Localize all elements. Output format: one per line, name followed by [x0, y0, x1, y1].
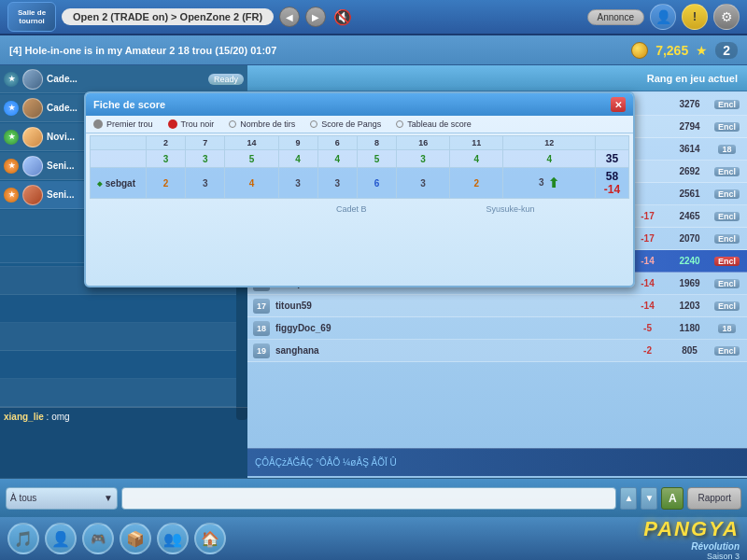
- rank-end: 18: [711, 144, 743, 154]
- recipient-select[interactable]: À tous ▼: [6, 487, 118, 510]
- info-bar: [4] Hole-in-one is in my Amateur 2 18 tr…: [0, 35, 747, 65]
- footer-user-btn[interactable]: 👤: [45, 523, 77, 554]
- rank-row-17: 17 titoun59 -14 1203 Encl: [247, 295, 747, 317]
- logo-button[interactable]: Salle de tournoi: [7, 2, 56, 32]
- scroll-up-btn[interactable]: ▲: [620, 487, 637, 510]
- char-icon: [22, 69, 43, 90]
- ps9: 3 ⬆: [503, 168, 596, 199]
- row1-name: [91, 150, 147, 168]
- ready-button[interactable]: Ready: [208, 74, 244, 85]
- user-icon-btn[interactable]: 👤: [650, 4, 676, 30]
- footer-shop-btn[interactable]: 📦: [120, 523, 151, 554]
- th-hole4: 9: [278, 136, 317, 150]
- pangya-brand-text: PANGYA: [643, 517, 740, 541]
- rank-num: 18: [251, 321, 272, 336]
- logo-line2: tournoi: [18, 17, 46, 25]
- legend-dot-empty2: [310, 120, 317, 128]
- char-icon: [22, 156, 43, 176]
- rank-badge: ★: [4, 101, 19, 116]
- rank-end: Encl: [711, 233, 743, 244]
- top-bar: Salle de tournoi Open 2 (TRADE on) > Ope…: [0, 0, 747, 35]
- rank-end: Encl: [711, 189, 743, 199]
- legend-item: Nombre de tirs: [229, 119, 295, 129]
- legend-dot-empty3: [396, 120, 403, 128]
- cadet-label-row: Cadet B Syusuke-kun: [86, 203, 633, 216]
- syusuke-label: Syusuke-kun: [486, 204, 535, 214]
- footer-home-btn[interactable]: 🏠: [194, 523, 226, 554]
- a-button[interactable]: A: [661, 487, 684, 510]
- score-row-player: ⬥ sebgat 2 3 4 3 3 6 3 2 3: [91, 168, 629, 199]
- info-icon-btn[interactable]: !: [682, 4, 708, 30]
- th-player: [91, 136, 147, 150]
- legend-label: Premier trou: [106, 119, 153, 129]
- row1-s3: 5: [225, 150, 278, 168]
- rank-pang: 2465: [669, 211, 711, 221]
- chat-input[interactable]: [121, 487, 616, 510]
- rank-end: Encl: [711, 256, 743, 266]
- rank-end: Encl: [711, 301, 743, 311]
- legend-dot-red: [168, 119, 177, 129]
- legend-label: Trou noir: [181, 119, 215, 129]
- chat-text: : omg: [47, 412, 70, 422]
- player-name: Cade...: [47, 74, 204, 84]
- rank-pang: 2561: [669, 189, 711, 199]
- th-hole6: 8: [357, 136, 396, 150]
- dialog-title: Fiche de score: [93, 99, 165, 110]
- ticker-text: ÇÔÂÇżÄĞÂÇ °ÔÂÕ ¼øÂŞ ÂÕĬ Û: [255, 457, 397, 468]
- dropdown-arrow: ▼: [104, 493, 113, 503]
- rank-badge: ★: [4, 188, 19, 203]
- rank-pang: 2070: [669, 233, 711, 244]
- ps5: 3: [317, 168, 357, 199]
- row1-s5: 4: [317, 150, 357, 168]
- pang-value: 7,265: [655, 43, 688, 58]
- rapport-button[interactable]: Rapport: [687, 487, 741, 510]
- rank-pang: 1180: [669, 323, 711, 333]
- rank-badge: ★: [4, 130, 19, 145]
- row1-s8: 4: [450, 150, 503, 168]
- chat-sender: xiang_lie: [4, 412, 44, 422]
- legend-label: Score de Pangs: [321, 119, 381, 129]
- recipient-label: À tous: [10, 493, 36, 503]
- rank-row-19: 19 sanghana -2 805 Encl: [247, 340, 747, 362]
- footer-nav: 🎵 👤 🎮 📦 👥 🏠 PANGYA Révolution Saison 3: [0, 517, 747, 560]
- ps8: 2: [450, 168, 503, 199]
- prev-btn[interactable]: ◀: [279, 7, 300, 27]
- settings-icon-btn[interactable]: ⚙: [713, 4, 740, 30]
- rank-end: Encl: [711, 121, 743, 132]
- footer-social-btn[interactable]: 👥: [157, 523, 189, 554]
- rank-title: Rang en jeu actuel: [647, 73, 738, 84]
- th-total: [596, 136, 629, 150]
- char-icon: [22, 127, 43, 147]
- rank-score: -5: [627, 323, 669, 333]
- char-icon: [22, 185, 43, 205]
- rank-row-18: 18 figgyDoc_69 -5 1180 18: [247, 317, 747, 340]
- rank-pang: 805: [669, 345, 711, 356]
- dialog-close-btn[interactable]: ✕: [611, 97, 626, 112]
- ps7: 3: [397, 168, 450, 199]
- rank-pang: 2692: [669, 166, 711, 176]
- star-icon: ★: [696, 43, 708, 58]
- rank-num: 17: [251, 299, 272, 314]
- legend-area: Premier trou Trou noir Nombre de tirs Sc…: [86, 116, 633, 133]
- revolution-text: Révolution: [643, 541, 740, 552]
- row1-s9: 4: [503, 150, 596, 168]
- footer-music-btn[interactable]: 🎵: [7, 523, 39, 554]
- footer-game-btn[interactable]: 🎮: [82, 523, 114, 554]
- announce-button[interactable]: Annonce: [587, 9, 644, 25]
- legend-label: Nombre de tirs: [240, 119, 295, 129]
- ps6: 6: [357, 168, 396, 199]
- rank-pang: 2240: [669, 256, 711, 266]
- rank-end: Encl: [711, 99, 743, 109]
- volume-btn[interactable]: 🔇: [331, 6, 354, 28]
- saison-text: Saison 3: [643, 552, 740, 561]
- score-table: 2 7 14 9 6 8 16 11 12: [90, 135, 629, 199]
- scroll-down-btn[interactable]: ▼: [641, 487, 657, 510]
- next-btn[interactable]: ▶: [305, 7, 326, 27]
- left-section: ★ Cade... Ready ★ Cade... Ready ★ Novi..…: [0, 65, 247, 523]
- ps-total: 58 -14: [596, 168, 629, 199]
- player-score-name: sebgat: [106, 178, 135, 189]
- row1-s4: 4: [278, 150, 317, 168]
- rank-end: Encl: [711, 166, 743, 176]
- legend-item: Trou noir: [168, 119, 215, 129]
- rank-badge: ★: [4, 72, 19, 87]
